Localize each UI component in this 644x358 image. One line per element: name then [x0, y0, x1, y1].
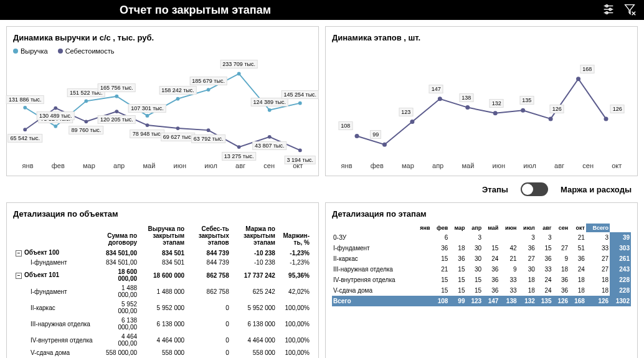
svg-point-21	[115, 110, 119, 113]
data-label: 43 807 тыс.	[252, 141, 287, 150]
table-cell: 100,00%	[278, 299, 312, 316]
table-row[interactable]: −Объект 100834 501,00834 501844 739-10 2…	[13, 248, 312, 258]
svg-point-35	[549, 116, 553, 121]
column-header[interactable]: июн	[500, 224, 518, 232]
column-header[interactable]	[13, 224, 100, 248]
table-cell	[483, 232, 500, 243]
data-label: 3 194 тыс.	[284, 156, 316, 164]
settings-icon[interactable]	[602, 2, 615, 17]
data-label: 126	[550, 105, 564, 113]
table-row[interactable]: I-фундамент1 488 000,001 488 000862 7586…	[13, 283, 312, 299]
collapse-icon[interactable]: −	[16, 250, 22, 257]
table-cell: 36	[553, 275, 570, 285]
chart-title: Динамика выручки и с/с , тыс. руб.	[13, 33, 312, 42]
table-cell: 100,00%	[278, 316, 312, 332]
column-header[interactable]: янв	[415, 224, 432, 232]
table-cell: 9	[553, 253, 570, 264]
column-header[interactable]: сен	[553, 224, 570, 232]
svg-point-37	[604, 116, 608, 121]
view-toggle[interactable]	[521, 182, 548, 196]
svg-point-31	[438, 97, 442, 101]
column-header[interactable]: Всего	[586, 224, 610, 232]
column-header[interactable]: апр	[466, 224, 483, 232]
data-label: 135	[519, 96, 534, 105]
table-cell: 95,36%	[278, 267, 312, 283]
table-title: Детализация по этапам	[332, 209, 631, 219]
column-header[interactable]: мар	[449, 224, 466, 232]
table-cell: 36	[569, 253, 586, 264]
axis-label: май	[462, 162, 474, 169]
table-row[interactable]: Всего108991231471381321351261681261302	[332, 296, 631, 306]
table-cell: 100,00%	[278, 348, 312, 357]
table-cell: 18 600 000,00	[100, 267, 140, 283]
column-header[interactable]: Выручка по закрытым этапам	[140, 224, 187, 248]
table-cell: -1,23%	[278, 248, 312, 258]
table-row[interactable]: I-фундамент36183015423615275133303	[332, 243, 631, 253]
column-header[interactable]: Сумма по договору	[100, 224, 140, 248]
table-cell: 36	[432, 243, 450, 253]
table-row[interactable]: IV-внутреняя отделка4 464 000,004 464 00…	[13, 332, 312, 348]
legend-item-revenue[interactable]: Выручка	[13, 47, 48, 55]
table-cell: 15	[536, 243, 553, 253]
table-row[interactable]: I-фундамент834 501,00834 501844 739-10 2…	[13, 258, 312, 267]
table-row[interactable]: III-наружная отделка21153036930331824272…	[332, 264, 631, 275]
table-cell: III-наружная отделка	[13, 316, 100, 332]
table-cell	[415, 285, 432, 296]
revenue-line-chart[interactable]: 131 886 тыс.75 524 тыс.151 522 тыс.165 7…	[13, 60, 312, 159]
table-cell: 36	[483, 275, 500, 285]
stages-detail-card: Детализация по этапам янвфевмарапрмайиюн…	[325, 202, 638, 358]
data-label: 168	[580, 65, 594, 73]
data-label: 120 205 тыс.	[98, 115, 136, 124]
collapse-icon[interactable]: −	[16, 273, 22, 279]
table-cell: 844 739	[187, 258, 232, 267]
table-row[interactable]: II-каркас1536302421273693627261	[332, 253, 631, 264]
table-cell: -1,23%	[278, 258, 312, 267]
table-cell: 844 739	[187, 248, 232, 258]
axis-label: фев	[52, 162, 65, 169]
column-header[interactable]: Маржин-ть, %	[278, 224, 312, 248]
table-cell: 9	[500, 264, 518, 275]
axis-label: мар	[402, 162, 414, 169]
stages-line-chart[interactable]: 10899123147138132135126168126	[332, 60, 631, 159]
objects-table[interactable]: Сумма по договоруВыручка по закрытым эта…	[13, 224, 312, 358]
toggle-label-left: Этапы	[482, 185, 508, 194]
table-cell	[449, 232, 466, 243]
table-cell: 21	[432, 264, 450, 275]
toggle-label-right: Маржа и расходы	[561, 185, 632, 194]
column-header[interactable]: фев	[432, 224, 450, 232]
column-header[interactable]: окт	[569, 224, 586, 232]
column-header[interactable]: Маржа по закрытым этапам	[232, 224, 278, 248]
table-cell: 138	[500, 296, 518, 306]
data-label: 107 301 тыс.	[128, 104, 166, 113]
chart-legend: Выручка Себестоимость	[13, 47, 312, 55]
table-row[interactable]: −Объект 10118 600 000,0018 600 000862 75…	[13, 267, 312, 283]
legend-item-cost[interactable]: Себестоимость	[58, 47, 115, 55]
filter-clear-icon[interactable]	[623, 2, 637, 17]
svg-point-24	[207, 128, 211, 132]
table-row[interactable]: 0-ЗУ633321339	[332, 232, 631, 243]
table-row[interactable]: II-каркас5 952 000,005 952 00005 952 000…	[13, 299, 312, 316]
view-toggle-row: Этапы Маржа и расходы	[6, 182, 638, 196]
chart-x-axis: янвфевмарапрмайиюниюлавгсенокт	[332, 162, 631, 169]
table-cell: 24	[536, 275, 553, 285]
column-header[interactable]	[332, 224, 415, 232]
table-cell	[415, 243, 432, 253]
table-cell: 558 000	[232, 348, 278, 357]
column-header[interactable]: авг	[536, 224, 553, 232]
stages-table[interactable]: янвфевмарапрмайиюниюлавгсеноктВсего 0-ЗУ…	[332, 224, 631, 306]
table-cell: I-фундамент	[332, 243, 415, 253]
table-row[interactable]: V-сдача дома558 000,00558 0000558 000100…	[13, 348, 312, 357]
table-cell: 558 000,00	[100, 348, 140, 357]
column-header[interactable]: июл	[518, 224, 536, 232]
column-header[interactable]: Себес-ть закрытых этапов	[187, 224, 232, 248]
table-row[interactable]: IV-внутреняя отделка15151536331824361818…	[332, 275, 631, 285]
table-row[interactable]: V-сдача дома15151536331824361818228	[332, 285, 631, 296]
table-row[interactable]: III-наружная отделка6 138 000,006 138 00…	[13, 316, 312, 332]
data-label: 233 709 тыс.	[220, 60, 258, 68]
axis-label: апр	[432, 162, 443, 169]
column-header[interactable]: май	[483, 224, 500, 232]
axis-label: мар	[83, 162, 95, 169]
table-cell: 18	[518, 275, 536, 285]
data-label: 89 760 тыс.	[69, 126, 104, 134]
table-cell: 4 464 000	[140, 332, 187, 348]
